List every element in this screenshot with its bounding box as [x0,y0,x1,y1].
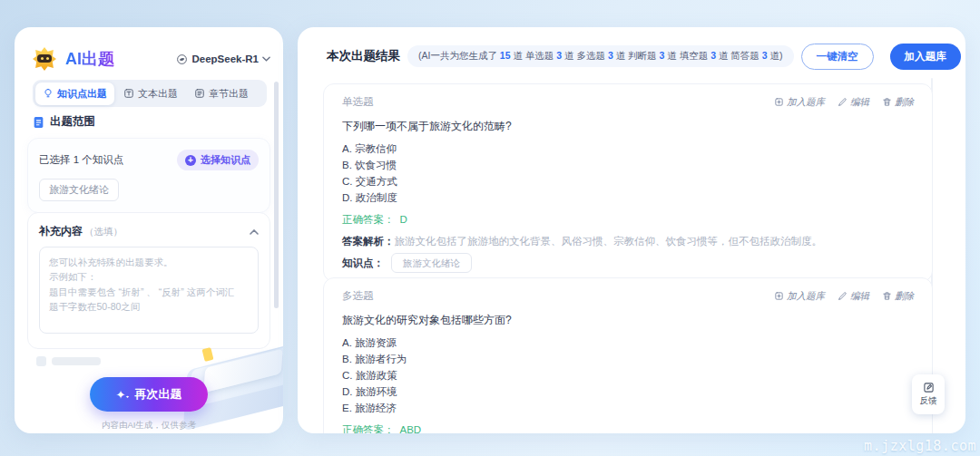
knowledge-row: 知识点： 旅游文化绪论 [342,257,914,270]
action-label: 加入题库 [787,290,825,303]
analysis-row: 答案解析：旅游文化包括了旅游地的文化背景、风俗习惯、宗教信仰、饮食习惯等，但不包… [342,235,914,248]
tab-label: 文本出题 [138,87,178,101]
feedback-label: 反馈 [920,395,937,407]
regenerate-button[interactable]: ✦˖ 再次出题 [90,377,208,412]
results-panel: 本次出题结果 (AI一共为您生成了 15 道 单选题 3 道 多选题 3 道 判… [298,27,965,433]
tab-text[interactable]: 文本出题 [116,82,185,105]
sidebar-scrollbar[interactable] [274,82,279,308]
model-name: DeepSeek-R1 [191,53,259,64]
action-label: 删除 [895,96,914,109]
knowledge-tag: 旅游文化绪论 [391,253,472,273]
faded-section-icon [36,356,46,366]
document-icon [33,116,44,129]
supplement-optional-hint: （选填） [84,226,122,238]
text-icon [123,88,134,99]
card-add-to-bank-button[interactable]: 加入题库 [774,290,825,303]
answer-value: ABD [400,424,422,433]
watermark: m.jzxlg18.com [864,438,976,454]
sparkle-icon: ✦˖ [115,389,129,401]
question-option: C. 交通方式 [342,173,914,189]
pencil-icon [838,291,848,301]
knowledge-label: 知识点： [342,257,384,270]
page-background: AI出题 DeepSeek-R1 知识点出题 [0,0,980,456]
question-card: 多选题 加入题库 编辑 删除 旅游文化的研究对象包括哪些方面? A. 旅游资源B… [323,277,933,433]
feedback-edit-icon [923,382,935,393]
question-options: A. 旅游资源B. 旅游者行为C. 旅游政策D. 旅游环境E. 旅游经济 [342,335,914,416]
question-text: 下列哪一项不属于旅游文化的范畴? [342,119,914,134]
pencil-icon [838,97,848,107]
results-header: 本次出题结果 (AI一共为您生成了 15 道 单选题 3 道 多选题 3 道 判… [319,42,949,71]
question-card: 单选题 加入题库 编辑 删除 下列哪一项不属于旅游文化的范畴? A. 宗教信仰B… [323,83,933,282]
question-type-label: 多选题 [342,289,374,303]
regenerate-label: 再次出题 [135,386,182,403]
question-option: B. 饮食习惯 [342,157,914,173]
deepseek-logo-icon [176,53,188,65]
knowledge-tags: 旅游文化绪论 [391,257,472,270]
action-label: 编辑 [850,96,869,109]
sidebar-panel: AI出题 DeepSeek-R1 知识点出题 [15,27,283,433]
supplement-title: 补充内容 [39,224,83,239]
results-title: 本次出题结果 [327,48,400,64]
plus-circle-icon: + [185,155,196,166]
selected-count-text: 已选择 1 个知识点 [39,153,123,167]
square-plus-icon [774,291,784,301]
card-actions: 加入题库 编辑 删除 [774,290,914,303]
robot-mascot-icon [33,47,56,71]
feedback-button[interactable]: 反馈 [912,374,945,414]
supplement-box: 补充内容 （选填） [27,212,270,349]
add-all-to-bank-button[interactable]: 加入题库 [890,44,961,70]
tab-label: 知识点出题 [57,87,107,101]
square-plus-icon [774,97,784,107]
question-text: 旅游文化的研究对象包括哪些方面? [342,313,914,328]
clear-all-button[interactable]: 一键清空 [801,44,874,70]
answer-label: 正确答案： [342,424,395,433]
app-title: AI出题 [65,48,114,70]
tab-label: 章节出题 [209,87,249,101]
trash-icon [882,291,892,301]
supplement-textarea[interactable] [39,247,259,334]
card-delete-button[interactable]: 删除 [882,290,914,303]
card-add-to-bank-button[interactable]: 加入题库 [774,96,825,109]
correct-answer-row: 正确答案：D [342,213,914,227]
action-label: 编辑 [850,290,869,303]
question-option: A. 旅游资源 [342,335,914,351]
summary-pill: (AI一共为您生成了 15 道 单选题 3 道 多选题 3 道 判断题 3 道 … [407,45,794,67]
card-delete-button[interactable]: 删除 [882,96,914,109]
answer-label: 正确答案： [342,214,395,225]
action-label: 删除 [895,290,914,303]
question-option: C. 旅游政策 [342,367,914,383]
card-actions: 加入题库 编辑 删除 [774,96,914,109]
select-knowledge-button[interactable]: + 选择知识点 [177,150,259,170]
section-title-text: 出题范围 [50,114,95,130]
question-option: D. 旅游环境 [342,383,914,400]
question-option: D. 政治制度 [342,189,914,206]
card-edit-button[interactable]: 编辑 [838,290,869,303]
model-selector[interactable]: DeepSeek-R1 [176,53,270,65]
question-options: A. 宗教信仰B. 饮食习惯C. 交通方式D. 政治制度 [342,141,914,206]
trash-icon [882,97,892,107]
bookmark-decoration [201,347,213,362]
book-icon [194,88,205,99]
bulb-icon [43,88,54,99]
select-knowledge-label: 选择知识点 [201,153,250,167]
sidebar-header: AI出题 DeepSeek-R1 [33,45,270,73]
question-option: A. 宗教信仰 [342,141,914,157]
tab-knowledge-point[interactable]: 知识点出题 [35,82,114,105]
knowledge-point-chip: 旅游文化绪论 [39,179,119,201]
scope-section-title: 出题范围 [33,114,95,130]
card-edit-button[interactable]: 编辑 [838,96,869,109]
analysis-text: 旅游文化包括了旅游地的文化背景、风俗习惯、宗教信仰、饮食习惯等，但不包括政治制度… [395,236,823,247]
tab-chapter[interactable]: 章节出题 [187,82,256,105]
ai-disclaimer: 内容由AI生成，仅供参考 [15,420,283,432]
chevron-down-icon [262,56,270,62]
faded-section-label [52,357,101,365]
collapse-chevron-up-icon[interactable] [250,229,259,235]
question-type-label: 单选题 [342,95,374,109]
generation-mode-tabs: 知识点出题 文本出题 章节出题 [33,80,267,107]
analysis-label: 答案解析： [342,236,395,247]
answer-value: D [400,214,407,225]
correct-answer-row: 正确答案：ABD [342,423,914,433]
question-option: B. 旅游者行为 [342,351,914,367]
question-option: E. 旅游经济 [342,400,914,416]
action-label: 加入题库 [787,96,825,109]
